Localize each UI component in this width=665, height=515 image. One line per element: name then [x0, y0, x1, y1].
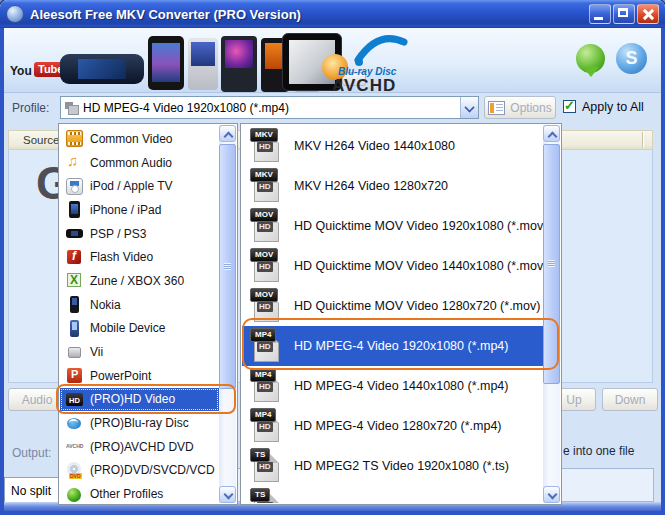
category-item-label: iPod / Apple TV	[90, 179, 173, 193]
options-icon	[488, 101, 505, 115]
category-item-label: Common Video	[90, 132, 173, 146]
format-item-hd-mpeg-4-video-1440x1080-mp4[interactable]: MP4HDHD MPEG-4 Video 1440x1080 (*.mp4)	[242, 366, 543, 406]
options-button[interactable]: Options	[484, 96, 556, 119]
category-item-pro-dvd-svcd-vcd[interactable]: (PRO)DVD/SVCD/VCD	[60, 459, 219, 483]
format-item-label: HD MPEG-4 Video 1280x720 (*.mp4)	[294, 419, 502, 433]
apply-to-all-checkbox[interactable]	[563, 100, 576, 113]
category-item-ipod-apple-tv[interactable]: iPod / Apple TV	[60, 174, 219, 198]
category-item-label: Mobile Device	[90, 321, 165, 335]
merge-into-one-file-label: e into one file	[563, 444, 634, 458]
category-item-label: (PRO)DVD/SVCD/VCD	[90, 463, 215, 477]
down-button[interactable]: Down	[602, 388, 658, 411]
profile-category-list: Common VideoCommon AudioiPod / Apple TVi…	[58, 123, 238, 505]
category-item-pro-blu-ray-disc[interactable]: (PRO)Blu-ray Disc	[60, 411, 219, 435]
category-item-zune-xbox-360[interactable]: Zune / XBOX 360	[60, 269, 219, 293]
category-item-psp-ps3[interactable]: PSP / PS3	[60, 222, 219, 246]
avchd-label: AVCHD	[332, 76, 396, 96]
download-update-icon[interactable]	[576, 44, 605, 73]
mp4-file-icon: MP4HD	[250, 408, 282, 444]
category-item-pro-hd-video[interactable]: (PRO)HD Video	[60, 388, 219, 412]
music-icon	[66, 154, 83, 171]
category-item-iphone-ipad[interactable]: iPhone / iPad	[60, 198, 219, 222]
category-item-mobile-device[interactable]: Mobile Device	[60, 317, 219, 341]
category-item-common-audio[interactable]: Common Audio	[60, 151, 219, 175]
category-item-label: Nokia	[90, 298, 121, 312]
format-item-hd-quicktime-mov-video-1280x720-mov[interactable]: MOVHDHD Quicktime MOV Video 1280x720 (*.…	[242, 286, 543, 326]
category-item-other-profiles[interactable]: Other Profiles	[60, 482, 219, 503]
category-item-label: Other Profiles	[90, 487, 163, 501]
title-bar: Aleesoft Free MKV Converter (PRO Version…	[0, 0, 665, 28]
category-item-pro-avchd-dvd[interactable]: (PRO)AVCHD DVD	[60, 435, 219, 459]
mkv-file-icon: MKVHD	[250, 128, 282, 164]
wii-icon	[66, 344, 83, 361]
psp-device-icon	[60, 54, 144, 84]
format-item-hd-mpeg-4-video-1920x1080-mp4[interactable]: MP4HDHD MPEG-4 Video 1920x1080 (*.mp4)	[242, 326, 543, 366]
format-item-mkv-h264-video-1280x720[interactable]: MKVHDMKV H264 Video 1280x720	[242, 166, 543, 206]
flash-icon	[66, 249, 83, 266]
app-icon	[6, 5, 24, 23]
profile-label: Profile:	[12, 101, 49, 115]
skype-icon[interactable]: S	[616, 43, 647, 74]
format-item-label: HD MPEG2 TS Video 1920x1080 (*.ts)	[294, 459, 509, 473]
maximize-button[interactable]	[613, 4, 635, 24]
close-button[interactable]	[637, 4, 659, 24]
category-item-common-video[interactable]: Common Video	[60, 127, 219, 151]
format-item-label: HD MPEG-4 Video 1920x1080 (*.mp4)	[294, 339, 508, 353]
mkv-file-icon: MKVHD	[250, 168, 282, 204]
format-item-hd-mpeg2-ts-video-1920x1080-ts[interactable]: TSHDHD MPEG2 TS Video 1920x1080 (*.ts)	[242, 446, 543, 486]
mov-file-icon: MOVHD	[250, 208, 282, 244]
format-list-items: MKVHDMKV H264 Video 1440x1080MKVHDMKV H2…	[242, 126, 543, 503]
ipod-icon	[66, 178, 83, 195]
format-item-mkv-h264-video-1440x1080[interactable]: MKVHDMKV H264 Video 1440x1080	[242, 126, 543, 166]
ts-file-icon: TSHD	[250, 488, 282, 503]
combobox-dropdown-arrow-icon[interactable]	[460, 97, 478, 118]
scroll-up-icon[interactable]	[219, 125, 236, 142]
apply-to-all-label: Apply to All	[582, 100, 644, 114]
profile-format-list: MKVHDMKV H264 Video 1440x1080MKVHDMKV H2…	[240, 123, 562, 505]
category-scrollbar	[219, 125, 236, 503]
category-item-label: Common Audio	[90, 156, 172, 170]
xbox-icon	[66, 272, 83, 289]
device-banner: You Tube Blu-ray Disc AVCHD S	[4, 28, 661, 93]
mov-file-icon: MOVHD	[250, 248, 282, 284]
category-item-label: Vii	[90, 345, 103, 359]
scroll-down-icon[interactable]	[219, 486, 236, 503]
format-item-hd-mpeg-4-video-1280x720-mp4[interactable]: MP4HDHD MPEG-4 Video 1280x720 (*.mp4)	[242, 406, 543, 446]
mp4-file-icon: MP4HD	[250, 368, 282, 404]
format-item-label: HD Quicktime MOV Video 1440x1080 (*.mov)	[294, 259, 543, 273]
column-divider	[642, 132, 643, 148]
globe-icon	[66, 486, 83, 503]
category-item-label: (PRO)Blu-ray Disc	[90, 416, 189, 430]
ts-file-icon: TSHD	[250, 448, 282, 484]
category-item-powerpoint[interactable]: PowerPoint	[60, 364, 219, 388]
mobile-icon	[66, 320, 83, 337]
media-player-icon	[221, 36, 257, 92]
nokia-icon	[66, 296, 83, 313]
scrollbar-thumb[interactable]	[219, 144, 236, 389]
category-item-label: (PRO)AVCHD DVD	[90, 440, 194, 454]
iphone-device-icon	[148, 36, 184, 90]
scrollbar-thumb[interactable]	[543, 144, 560, 384]
window-border	[661, 28, 665, 515]
category-list-items: Common VideoCommon AudioiPod / Apple TVi…	[60, 127, 219, 503]
category-item-flash-video[interactable]: Flash Video	[60, 245, 219, 269]
down-button-label: Down	[615, 393, 646, 407]
category-item-nokia[interactable]: Nokia	[60, 293, 219, 317]
film-icon	[66, 130, 83, 147]
window-border	[0, 28, 4, 515]
scroll-down-icon[interactable]	[543, 486, 560, 503]
profile-combobox[interactable]: HD MPEG-4 Video 1920x1080 (*.mp4)	[60, 96, 479, 119]
scroll-up-icon[interactable]	[543, 125, 560, 142]
minimize-button[interactable]	[589, 4, 611, 24]
format-item-partial[interactable]: TSHD	[242, 486, 543, 503]
youtube-logo: You	[10, 64, 32, 78]
format-item-hd-quicktime-mov-video-1920x1080-mov[interactable]: MOVHDHD Quicktime MOV Video 1920x1080 (*…	[242, 206, 543, 246]
format-item-hd-quicktime-mov-video-1440x1080-mov[interactable]: MOVHDHD Quicktime MOV Video 1440x1080 (*…	[242, 246, 543, 286]
category-item-vii[interactable]: Vii	[60, 340, 219, 364]
output-label: Output:	[12, 446, 51, 460]
category-item-label: PowerPoint	[90, 369, 151, 383]
mp4-file-icon: MP4HD	[250, 328, 282, 364]
format-item-label: HD Quicktime MOV Video 1280x720 (*.mov)	[294, 299, 540, 313]
app-window: Aleesoft Free MKV Converter (PRO Version…	[0, 0, 665, 515]
format-item-label: MKV H264 Video 1280x720	[294, 179, 448, 193]
